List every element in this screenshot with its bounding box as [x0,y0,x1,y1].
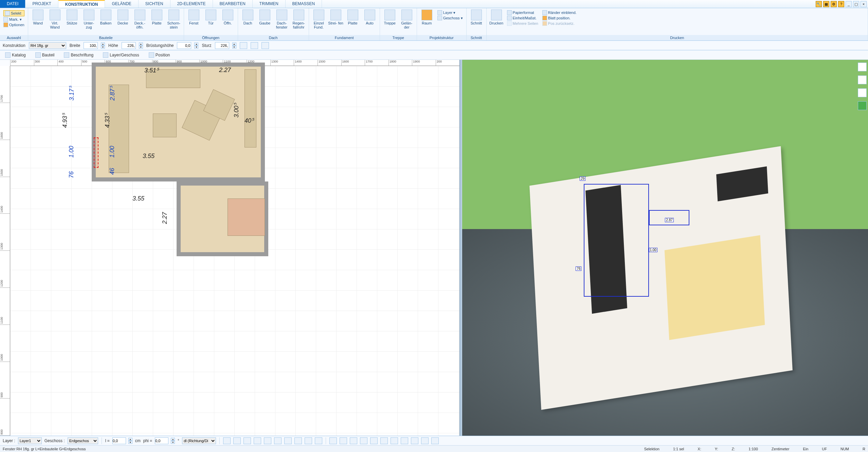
tool-icon[interactable] [254,437,261,444]
tab-projekt[interactable]: PROJEKT [25,0,58,8]
mode-select[interactable]: dl (Richtung/Di [182,437,216,444]
orbit-icon[interactable] [858,88,867,97]
geschoss-select[interactable]: Erdgeschos [68,437,98,444]
furniture[interactable] [228,198,265,236]
mark-button[interactable]: Mark. ▾ [3,17,24,22]
house-model[interactable] [529,146,793,410]
tool-icon[interactable] [401,437,408,444]
virt-wand-button[interactable]: Virt. Wand [47,10,63,29]
einzelfund-button[interactable]: Einzel Fund. [311,10,327,29]
einheit-button[interactable]: Einheit/Maßst. [507,16,538,20]
platte-fund-button[interactable]: Platte [345,10,361,25]
minimize-button[interactable]: _ [846,1,852,7]
tab-sichten[interactable]: SICHTEN [139,0,170,8]
tool-icon[interactable] [233,437,241,444]
wand-button[interactable]: Wand [30,10,46,25]
tool-icon[interactable] [264,437,271,444]
layer-select[interactable]: Layer1 [18,437,42,444]
tool-icon[interactable] [223,437,231,444]
hoehe-input[interactable] [122,42,136,49]
breite-input[interactable] [84,42,98,49]
tool-icon[interactable] [329,437,337,444]
layers-icon[interactable] [858,63,867,71]
gelaender-button[interactable]: Gelän- der [399,10,415,29]
3d-view[interactable]: 29 76 1.00 2.87 [462,60,868,436]
tab-trimmen[interactable]: TRIMMEN [253,0,286,8]
optionen-button[interactable]: Optionen [3,22,24,27]
tool-icon[interactable] [391,437,398,444]
tool-icon[interactable] [380,437,388,444]
furniture[interactable] [245,69,256,147]
tool-icon[interactable] [243,437,251,444]
schornstein-button[interactable]: Schorn- stein [166,10,182,29]
deckoeffn-button[interactable]: Deck.- öffn. [132,10,148,29]
tool-icon[interactable]: ▦ [823,1,829,7]
auto-button[interactable]: Auto [362,10,378,25]
tree-icon[interactable] [858,101,867,110]
furniture[interactable] [153,114,177,137]
tool-icon[interactable] [350,437,357,444]
bruestung-input[interactable] [177,42,191,49]
tab-bearbeiten[interactable]: BEARBEITEN [213,0,253,8]
papierformat-button[interactable]: Papierformat [507,10,538,15]
draw-area[interactable]: 3.51⁵ 2.27 3.00⁵ 40⁵ 3.17⁵ 4.93⁵ 2.87⁵ 4… [10,66,459,436]
tool-icon[interactable] [305,437,312,444]
schnitt-button[interactable]: Schnitt [469,10,484,25]
spin[interactable]: ▲▼ [139,42,143,49]
gaube-button[interactable]: Gaube [257,10,273,25]
raum-button[interactable]: Raum [419,10,435,25]
selection-gizmo[interactable] [584,184,649,297]
maximize-button[interactable]: ▢ [853,1,859,7]
help-icon[interactable]: ? [838,1,844,7]
phi-input[interactable] [155,437,168,444]
unterzug-button[interactable]: Unter- zug [81,10,97,29]
tab-2d-elemente[interactable]: 2D-ELEMENTE [170,0,213,8]
tool-icon[interactable] [261,42,269,49]
close-button[interactable]: × [861,1,867,7]
layer-geschoss-button[interactable]: Layer/Geschoss [101,51,142,59]
tool-icon[interactable]: ⚙ [831,1,837,7]
spin[interactable]: ▲▼ [171,438,175,444]
tab-gelaende[interactable]: GELÄNDE [105,0,138,8]
spin[interactable]: ▲▼ [101,42,105,49]
platte-button[interactable]: Platte [149,10,165,25]
raender-button[interactable]: Ränder einblend. [542,10,577,15]
chair-icon[interactable] [858,75,867,84]
tool-icon[interactable] [240,42,247,49]
blatt-pos-button[interactable]: Blatt position. [542,16,577,20]
sturz-input[interactable] [215,42,229,49]
tab-konstruktion[interactable]: KONSTRUKTION [58,0,105,8]
tool-icon[interactable] [274,437,282,444]
tab-bemassen[interactable]: BEMASSEN [286,0,322,8]
tool-icon[interactable] [315,437,322,444]
dach-button[interactable]: Dach [240,10,256,25]
l-input[interactable] [112,437,126,444]
oeffnung-button[interactable]: Öffn. [220,10,236,25]
bauteil-button[interactable]: Bauteil [33,51,57,59]
tool-icon[interactable] [294,437,302,444]
mehrere-seiten-button[interactable]: Mehrere Seiten [507,21,538,26]
layer-dropdown[interactable]: Layer ▾ [437,10,463,15]
tool-icon[interactable] [360,437,367,444]
regenfallrohr-button[interactable]: Regen- fallrohr [291,10,307,29]
tool-icon[interactable] [421,437,429,444]
tool-icon[interactable] [340,437,347,444]
tool-icon[interactable]: 🔧 [816,1,822,7]
spin[interactable]: ▲▼ [128,438,132,444]
spin[interactable]: ▲▼ [194,42,198,49]
stuetze-button[interactable]: Stütze [64,10,80,25]
tool-icon[interactable] [411,437,418,444]
katalog-button[interactable]: Katalog [3,51,28,59]
type-select[interactable]: RH 1flg. gr [29,42,66,49]
dachfenster-button[interactable]: Dach- fenster [274,10,290,29]
tab-datei[interactable]: DATEI [0,0,25,8]
selekt-button[interactable]: Selekt [3,10,24,16]
fenster-button[interactable]: Fenst [186,10,202,25]
decke-button[interactable]: Decke [115,10,131,25]
drucken-button[interactable]: Drucken [489,10,504,25]
plan-view[interactable]: 2003004005006007008009001000110012001300… [0,60,460,436]
spin[interactable]: ▲▼ [232,42,236,49]
geschoss-dropdown[interactable]: Geschoss ▾ [437,16,463,20]
streifen-button[interactable]: Strei- fen [328,10,344,25]
selected-window[interactable] [94,137,98,168]
